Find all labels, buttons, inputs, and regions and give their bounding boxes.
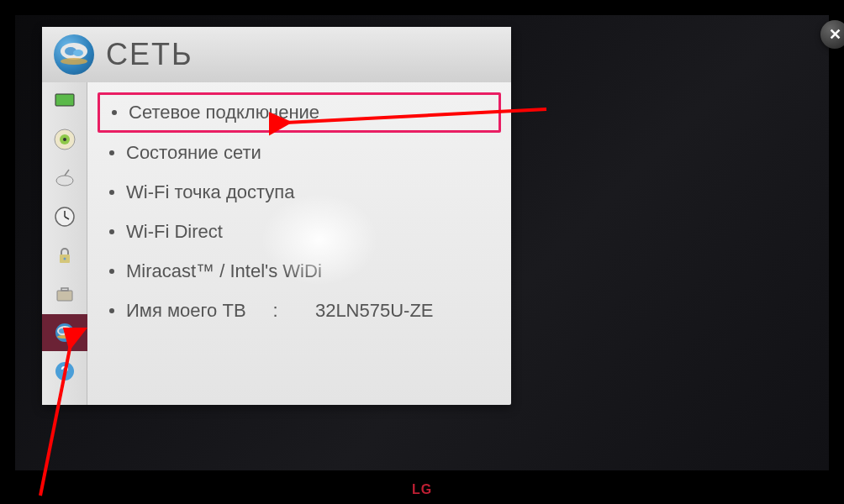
svg-rect-18 [61, 288, 68, 291]
tv-brand-logo: LG [412, 482, 432, 497]
bullet-icon [109, 269, 114, 274]
lock-icon [52, 243, 77, 268]
menu-item-separator: : [273, 300, 288, 322]
menu-item-label: Имя моего ТВ [126, 300, 246, 322]
svg-point-22 [57, 335, 72, 339]
settings-window: ? Сетевое подключение Состояние сети Wi-… [42, 27, 511, 405]
bullet-icon [109, 308, 114, 313]
sound-icon [52, 127, 77, 152]
svg-point-3 [73, 50, 83, 56]
svg-point-21 [59, 328, 66, 333]
help-icon: ? [52, 359, 77, 384]
svg-rect-17 [57, 291, 72, 301]
sidebar-item-network[interactable] [42, 314, 87, 351]
menu-content: Сетевое подключение Состояние сети Wi-Fi… [87, 27, 511, 405]
sidebar-item-sound[interactable] [44, 121, 86, 158]
picture-icon [52, 88, 77, 113]
svg-rect-5 [55, 94, 74, 106]
svg-point-9 [63, 138, 66, 141]
close-button[interactable]: ✕ [820, 20, 844, 49]
sidebar-item-support[interactable]: ? [44, 353, 86, 390]
sidebar-item-picture[interactable] [44, 82, 86, 119]
menu-item-wifi-direct[interactable]: Wi-Fi Direct [98, 212, 501, 251]
menu-item-miracast[interactable]: Miracast™ / Intel's WiDi [98, 251, 501, 291]
menu-item-network-connection[interactable]: Сетевое подключение [98, 92, 501, 133]
window-header: СЕТЬ [42, 27, 511, 82]
menu-item-network-status[interactable]: Состояние сети [98, 133, 501, 172]
sidebar-item-time[interactable] [44, 198, 86, 235]
svg-text:?: ? [61, 365, 69, 379]
menu-item-label: Состояние сети [126, 142, 261, 164]
svg-line-11 [65, 170, 69, 176]
bullet-icon [109, 229, 114, 234]
window-title: СЕТЬ [106, 37, 193, 72]
sidebar-item-lock[interactable] [44, 237, 86, 274]
menu-item-label: Wi-Fi Direct [126, 221, 223, 243]
menu-item-label: Miracast™ / Intel's WiDi [126, 260, 322, 282]
bullet-icon [112, 110, 117, 115]
network-header-icon [54, 34, 94, 75]
close-icon: ✕ [829, 25, 841, 44]
briefcase-icon [52, 281, 77, 307]
svg-point-16 [63, 258, 66, 260]
clock-icon [52, 204, 77, 229]
bullet-icon [109, 150, 114, 155]
menu-item-value: 32LN575U-ZE [315, 300, 434, 322]
menu-item-label: Wi-Fi точка доступа [126, 181, 294, 203]
svg-point-10 [56, 176, 73, 186]
menu-item-label: Сетевое подключение [129, 102, 319, 123]
sidebar-item-channel[interactable] [44, 160, 86, 197]
globe-icon [52, 320, 77, 345]
menu-item-tv-name[interactable]: Имя моего ТВ : 32LN575U-ZE [98, 291, 501, 330]
menu-item-wifi-ap[interactable]: Wi-Fi точка доступа [98, 172, 501, 212]
satellite-icon [52, 165, 77, 191]
sidebar-item-options[interactable] [44, 276, 86, 312]
bullet-icon [109, 190, 114, 195]
svg-point-4 [61, 58, 87, 65]
settings-sidebar: ? [42, 27, 87, 405]
